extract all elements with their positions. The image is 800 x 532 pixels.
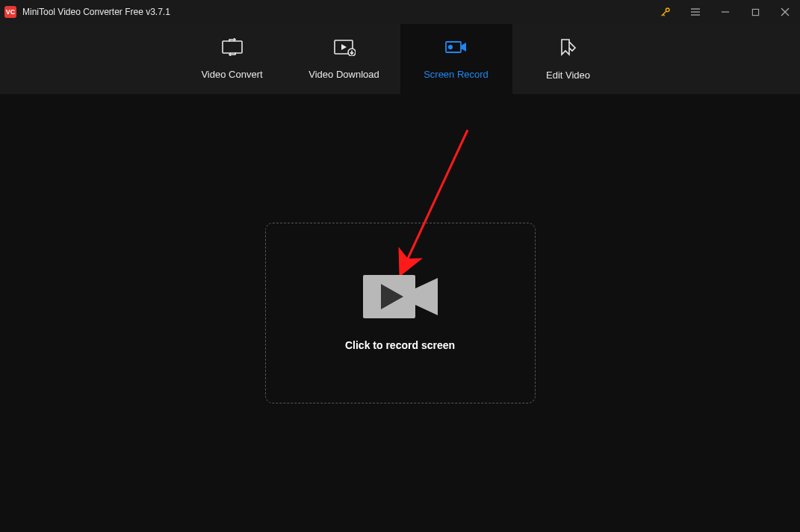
app-title: MiniTool Video Converter Free v3.7.1: [22, 7, 170, 17]
tab-label: Video Convert: [201, 69, 262, 80]
content-area: Click to record screen: [0, 94, 800, 532]
tab-video-convert[interactable]: Video Convert: [176, 24, 288, 94]
app-logo-icon: VC: [4, 6, 16, 18]
minimize-button[interactable]: [710, 0, 740, 24]
menu-icon[interactable]: [680, 0, 710, 24]
tab-video-download[interactable]: Video Download: [288, 24, 400, 94]
svg-line-2: [663, 14, 665, 16]
record-screen-button[interactable]: Click to record screen: [265, 223, 536, 403]
tab-label: Edit Video: [546, 69, 590, 81]
license-key-icon[interactable]: [651, 0, 680, 24]
camera-play-icon: [363, 275, 438, 321]
svg-point-0: [666, 8, 669, 12]
tab-edit-video[interactable]: Edit Video: [512, 24, 624, 94]
main-tabs: Video Convert Video Download Screen Reco…: [0, 24, 800, 94]
tab-label: Video Download: [308, 69, 379, 80]
download-icon: [333, 38, 356, 58]
tab-screen-record[interactable]: Screen Record: [400, 24, 512, 94]
svg-rect-10: [223, 41, 242, 53]
tab-label: Screen Record: [424, 69, 489, 80]
titlebar: VC MiniTool Video Converter Free v3.7.1: [0, 0, 800, 24]
svg-marker-12: [341, 44, 347, 50]
record-icon: [444, 38, 468, 58]
svg-point-16: [448, 46, 451, 49]
window-controls: [651, 0, 800, 24]
svg-rect-7: [752, 9, 758, 15]
close-button[interactable]: [770, 0, 800, 24]
edit-icon: [559, 37, 578, 59]
maximize-button[interactable]: [740, 0, 770, 24]
convert-icon: [221, 38, 244, 58]
record-prompt-label: Click to record screen: [345, 339, 455, 351]
